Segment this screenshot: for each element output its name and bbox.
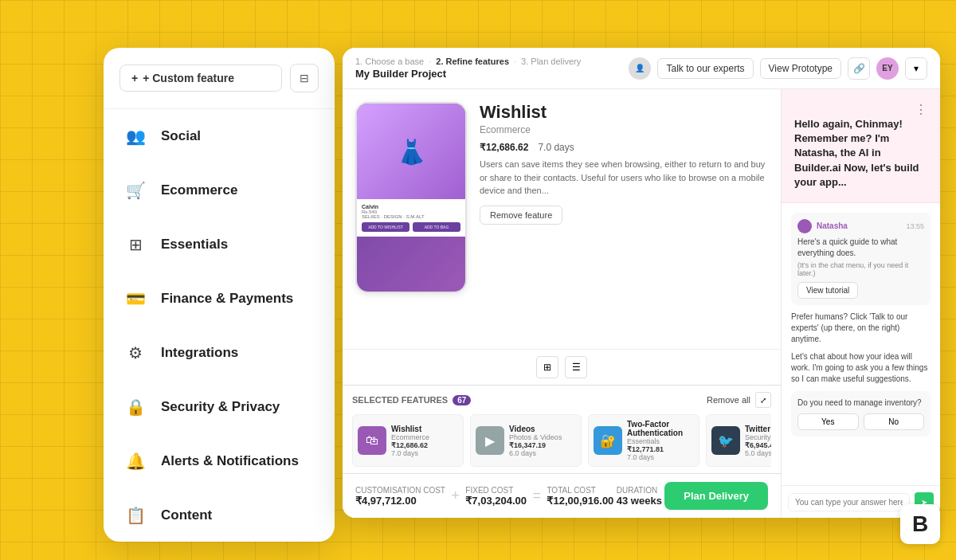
card-name: Two-Factor Authentication: [627, 420, 694, 437]
feature-price-row: ₹12,686.62 7.0 days: [480, 142, 768, 153]
steps-and-title: 1. Choose a base · 2. Refine features · …: [355, 57, 581, 80]
card-info: Twitter Login Security & Privacy ₹6,945.…: [745, 425, 771, 457]
essentials-label: Essentials: [161, 237, 228, 253]
card-name: Twitter Login: [745, 425, 771, 433]
sidebar-item-content[interactable]: 📋 Content: [104, 488, 335, 542]
integrations-label: Integrations: [161, 345, 238, 361]
user-avatar: EY: [876, 57, 899, 80]
remove-all-button[interactable]: Remove all: [707, 395, 750, 405]
card-thumbnail: 🛍: [358, 426, 386, 455]
grid-icon: ⊞: [543, 362, 551, 373]
content-label: Content: [161, 507, 212, 523]
feature-days: 7.0 days: [538, 142, 574, 153]
step-2: 2. Refine features: [436, 57, 509, 66]
card-name: Videos: [509, 425, 576, 433]
security-icon: 🔒: [123, 394, 148, 420]
view-tutorial-button[interactable]: View tutorial: [797, 282, 858, 299]
sidebar-item-security[interactable]: 🔒 Security & Privacy: [104, 380, 335, 434]
selected-features-bar: SELECTED FEATURES 67 Remove all ⤢ 🛍 Wish…: [343, 385, 781, 473]
phone-screen: 👗 Calvin Rs.540 SELIIES · DESIGN · S.M.A…: [357, 104, 465, 292]
selected-label-text: SELECTED FEATURES: [352, 395, 448, 405]
custom-feature-button[interactable]: + + Custom feature: [120, 65, 282, 92]
card-days: 7.0 days: [391, 449, 458, 457]
customisation-cost: CUSTOMISATION COST ₹4,97,712.00: [355, 486, 445, 507]
content-area: 👗 Calvin Rs.540 SELIIES · DESIGN · S.M.A…: [343, 89, 940, 518]
sidebar-item-social[interactable]: 👥 Social: [104, 109, 335, 163]
card-info: Videos Photos & Videos ₹16,347.19 6.0 da…: [509, 425, 576, 457]
plus-icon: +: [131, 72, 138, 84]
ecommerce-icon: 🛒: [123, 178, 148, 203]
selected-header: SELECTED FEATURES 67 Remove all ⤢: [352, 392, 771, 408]
ecommerce-label: Ecommerce: [161, 182, 237, 198]
greeting-text: Hello again, Chinmay! Remember me? I'm N…: [794, 117, 927, 190]
list-view-button[interactable]: ☰: [565, 356, 587, 378]
dropdown-button[interactable]: ▾: [905, 57, 927, 80]
steps-indicator: 1. Choose a base · 2. Refine features · …: [355, 57, 581, 66]
card-category: Essentials: [627, 437, 694, 445]
chat-panel: ⋮ Hello again, Chinmay! Remember me? I'm…: [781, 89, 940, 518]
feature-card: 🐦 Twitter Login Security & Privacy ₹6,94…: [706, 414, 771, 467]
yes-button[interactable]: Yes: [797, 413, 859, 430]
integrations-icon: ⚙: [123, 340, 148, 366]
card-info: Two-Factor Authentication Essentials ₹12…: [627, 420, 694, 461]
no-button[interactable]: No: [864, 413, 925, 430]
card-category: Security & Privacy: [745, 433, 771, 441]
duration: DURATION 43 weeks: [617, 486, 662, 507]
step-3: 3. Plan delivery: [521, 57, 581, 66]
talk-to-experts-button[interactable]: Talk to our experts: [657, 58, 753, 79]
fixed-cost: FIXED COST ₹7,03,204.00: [465, 486, 527, 507]
duration-label: DURATION: [617, 486, 662, 495]
chat-input[interactable]: [788, 493, 910, 511]
top-bar-right: 👤 Talk to our experts View Prototype 🔗 E…: [629, 57, 927, 80]
security-label: Security & Privacy: [161, 399, 280, 415]
chat-messages: Natasha 13:55 Here's a quick guide to wh…: [782, 203, 940, 485]
card-thumbnail: 🔐: [594, 426, 622, 455]
builder-logo: B: [900, 504, 940, 544]
finance-icon: 💳: [123, 286, 148, 311]
custom-feature-label: + Custom feature: [143, 72, 234, 84]
project-name: My Builder Project: [355, 68, 581, 80]
msg-time-1: 13:55: [906, 222, 924, 230]
feature-info: Wishlist Ecommerce ₹12,686.62 7.0 days U…: [480, 102, 768, 336]
filter-button[interactable]: ⊟: [290, 64, 319, 92]
chat-more-button[interactable]: ⋮: [915, 102, 927, 117]
more-icon: ⋮: [915, 103, 927, 116]
card-thumbnail: 🐦: [711, 426, 740, 455]
feature-detail: 👗 Calvin Rs.540 SELIIES · DESIGN · S.M.A…: [343, 89, 781, 349]
list-icon: ☰: [572, 362, 581, 373]
view-prototype-button[interactable]: View Prototype: [760, 58, 842, 79]
card-days: 5.0 days: [745, 449, 771, 457]
feature-category: Ecommerce: [480, 124, 768, 135]
phone-product-info: Calvin Rs.540 SELIIES · DESIGN · S.M.ALT…: [357, 199, 465, 237]
customisation-label: CUSTOMISATION COST: [355, 486, 445, 495]
card-price: ₹12,771.81: [627, 445, 694, 453]
feature-price: ₹12,686.62: [480, 142, 528, 153]
prototype-label: View Prototype: [769, 63, 833, 74]
card-info: Wishlist Ecommerce ₹12,686.62 7.0 days: [391, 425, 458, 457]
total-cost: TOTAL COST ₹12,00,916.00: [547, 486, 613, 507]
expert-avatar: 👤: [629, 57, 651, 80]
sidebar-item-alerts[interactable]: 🔔 Alerts & Notifications: [104, 434, 335, 488]
sidebar-item-ecommerce[interactable]: 🛒 Ecommerce: [104, 163, 335, 217]
equals-separator: =: [532, 488, 541, 504]
phone-mockup: 👗 Calvin Rs.540 SELIIES · DESIGN · S.M.A…: [355, 102, 467, 293]
remove-feature-button[interactable]: Remove feature: [480, 206, 562, 225]
msg-header-1: Natasha 13:55: [797, 219, 924, 233]
card-thumbnail: ▶: [476, 426, 504, 455]
main-builder-panel: 1. Choose a base · 2. Refine features · …: [343, 48, 940, 518]
grid-view-button[interactable]: ⊞: [536, 356, 558, 378]
feature-card: ▶ Videos Photos & Videos ₹16,347.19 6.0 …: [470, 414, 582, 467]
wishlist-phone-btn: ADD TO WISHLIST: [362, 222, 409, 232]
feature-menu-panel: + + Custom feature ⊟ 👥 Social 🛒 Ecommerc…: [104, 48, 335, 542]
step-1: 1. Choose a base: [355, 57, 424, 66]
center-panel: 👗 Calvin Rs.540 SELIIES · DESIGN · S.M.A…: [343, 89, 781, 518]
plan-delivery-button[interactable]: Plan Delivery: [664, 482, 768, 510]
fixed-label: FIXED COST: [465, 486, 527, 495]
plus-separator: +: [451, 488, 460, 504]
link-button[interactable]: 🔗: [848, 57, 870, 80]
expand-button[interactable]: ⤢: [755, 392, 771, 408]
sidebar-item-finance[interactable]: 💳 Finance & Payments: [104, 272, 335, 326]
sidebar-item-integrations[interactable]: ⚙ Integrations: [104, 326, 335, 380]
sidebar-item-essentials[interactable]: ⊞ Essentials: [104, 217, 335, 272]
selected-label: SELECTED FEATURES 67: [352, 395, 471, 405]
